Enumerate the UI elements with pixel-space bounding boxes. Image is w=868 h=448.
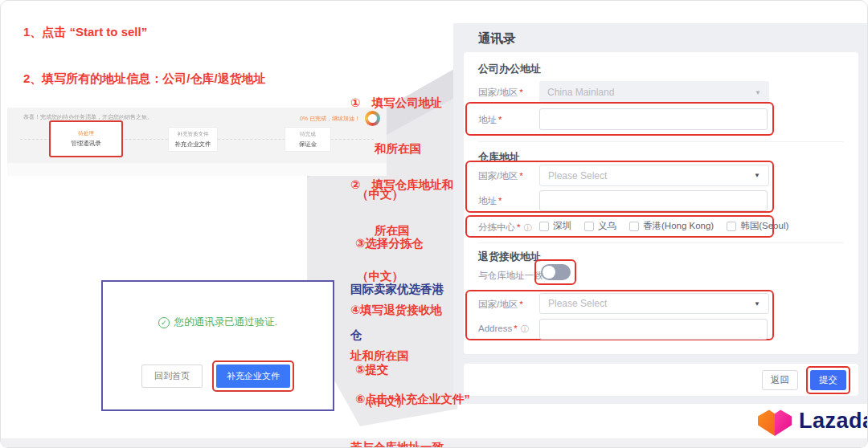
required-mark: *	[498, 196, 502, 206]
screenshot-card-label: 管理通讯录	[71, 140, 101, 148]
address-book-panel: 通讯录 公司办公地址 国家/地区* China Mainland ▼ 地址* 仓…	[453, 23, 868, 404]
checkbox-label: 韩国(Seoul)	[740, 220, 788, 232]
annotation-step-6: ⑥点击“补充企业文件”	[350, 392, 470, 407]
warehouse-address-label: 地址*	[478, 195, 502, 207]
checkbox-label: 香港(Hong Kong)	[643, 220, 714, 232]
annotation-step-5: ⑤提交	[350, 362, 388, 377]
submit-button[interactable]: 提交	[810, 370, 846, 390]
same-as-warehouse-label: 与仓库地址一致	[478, 270, 543, 282]
office-address-label: 地址*	[478, 114, 502, 126]
section-divider	[478, 141, 844, 142]
instruction-step-1: 1、点击 “Start to sell”	[23, 25, 147, 40]
warehouse-country-select[interactable]: Please Select ▼	[539, 165, 769, 186]
office-address-input[interactable]	[539, 108, 768, 130]
required-mark: *	[519, 171, 522, 181]
screenshot-card-label: 补充企业文件	[175, 141, 211, 149]
warehouse-address-input[interactable]	[539, 190, 768, 211]
instruction-step-2: 2、填写所有的地址信息：公司/仓库/退货地址	[23, 71, 266, 87]
verification-message: 您的通讯录已通过验证.	[174, 316, 277, 329]
office-country-select[interactable]: China Mainland ▼	[539, 81, 769, 104]
screenshot-card-tag: 待处理	[78, 130, 94, 137]
check-circle-icon: ✓	[158, 317, 170, 328]
info-icon: ⓘ	[521, 324, 529, 333]
required-mark: *	[514, 324, 517, 333]
tutorial-slide: 1、点击 “Start to sell” 2、填写所有的地址信息：公司/仓库/退…	[0, 0, 868, 448]
required-mark: *	[498, 115, 502, 124]
sorting-option-shenzhen[interactable]: 深圳	[539, 220, 571, 232]
checkbox[interactable]	[629, 222, 639, 231]
checkbox[interactable]	[539, 222, 549, 231]
address-form-card: 公司办公地址 国家/地区* China Mainland ▼ 地址* 仓库地址 …	[464, 52, 858, 354]
checkbox-label: 义乌	[598, 220, 616, 232]
chevron-down-icon: ▼	[754, 300, 760, 307]
return-address-label: Address*ⓘ	[478, 324, 529, 335]
back-home-button[interactable]: 回到首页	[141, 365, 203, 388]
screenshot-card-tag: 补充资质文件	[178, 131, 209, 138]
required-mark: *	[517, 222, 520, 232]
office-country-value: China Mainland	[547, 87, 614, 98]
section-divider	[478, 242, 844, 243]
sorting-center-options: 深圳 义乌 香港(Hong Kong) 韩国(Seoul)	[539, 220, 788, 232]
return-country-placeholder: Please Select	[548, 298, 607, 309]
info-icon: ⓘ	[523, 223, 531, 232]
warehouse-country-placeholder: Please Select	[548, 170, 607, 181]
checkbox-label: 深圳	[553, 220, 571, 232]
screenshot-card-label: 保证金	[299, 141, 317, 149]
lazada-heart-icon	[758, 405, 792, 436]
required-mark: *	[519, 88, 522, 97]
onboarding-screenshot: 恭喜！完成您的待办任务清单，开启您的销售之旅。 0% 已完成，继续加油！ 待处理…	[7, 108, 387, 176]
chevron-down-icon: ▼	[755, 89, 761, 96]
lazada-wordmark: Lazada	[799, 409, 868, 434]
warehouse-country-label: 国家/地区*	[478, 170, 523, 182]
return-country-label: 国家/地区*	[478, 299, 523, 311]
screenshot-card-tag: 待完成	[300, 131, 316, 138]
highlight-box-modal-primary: 补充企业文件	[212, 360, 294, 392]
same-address-toggle[interactable]	[541, 264, 571, 280]
screenshot-bottom-band	[7, 163, 387, 176]
form-footer-bar: 返回 提交	[464, 364, 858, 396]
screenshot-card-address-book: 待处理 管理通讯录	[49, 120, 123, 157]
panel-title: 通讯录	[478, 31, 516, 47]
section-title-return: 退货接收地址	[478, 250, 541, 264]
verification-modal: ✓ 您的通讯录已通过验证. 回到首页 补充企业文件	[101, 280, 334, 411]
screenshot-card-documents: 补充资质文件 补充企业文件	[168, 127, 218, 152]
sorting-option-seoul[interactable]: 韩国(Seoul)	[727, 220, 788, 232]
sorting-option-hongkong[interactable]: 香港(Hong Kong)	[629, 220, 714, 232]
section-title-office: 公司办公地址	[478, 62, 541, 76]
verification-message-row: ✓ 您的通讯录已通过验证.	[103, 316, 333, 329]
chevron-down-icon: ▼	[754, 172, 760, 179]
return-address-input[interactable]	[539, 319, 768, 340]
annotation-step-4: ④填写退货接收地 址和所在国 （中文） 若与仓库地址一致 ，可勾选	[350, 272, 444, 448]
return-country-select[interactable]: Please Select ▼	[539, 293, 769, 314]
screenshot-card-deposit: 待完成 保证金	[285, 127, 331, 152]
required-mark: *	[519, 299, 522, 309]
highlight-box-submit: 提交	[806, 366, 850, 394]
sorting-option-yiwu[interactable]: 义乌	[584, 220, 616, 232]
supplement-documents-button[interactable]: 补充企业文件	[216, 365, 290, 388]
sorting-center-label: 分拣中心*ⓘ	[478, 222, 531, 234]
checkbox[interactable]	[584, 222, 594, 231]
lazada-logo: Lazada	[758, 405, 868, 436]
office-country-label: 国家/地区*	[478, 87, 523, 99]
checkbox[interactable]	[727, 222, 736, 231]
return-button[interactable]: 返回	[762, 370, 798, 390]
